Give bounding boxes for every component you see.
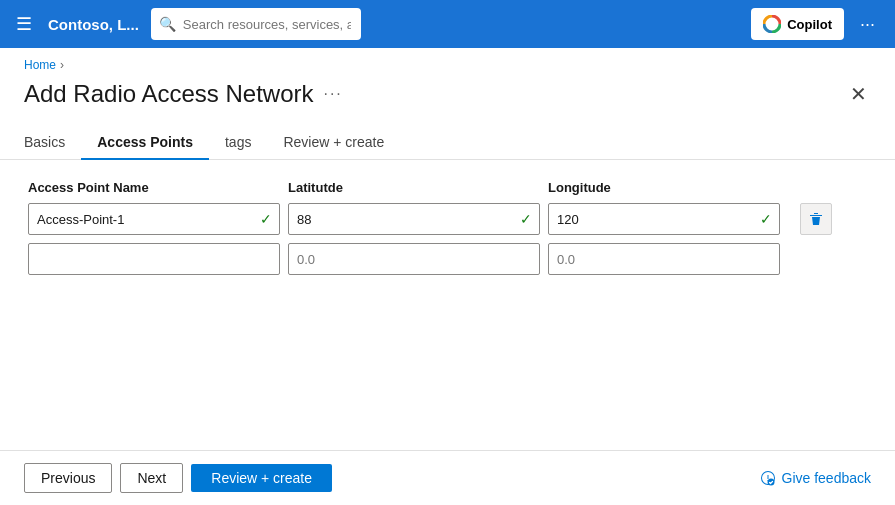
access-point-name-input-2[interactable]	[28, 243, 280, 275]
col-header-longitude: Longitude	[544, 180, 784, 195]
give-feedback-button[interactable]: Give feedback	[760, 470, 872, 486]
tab-basics[interactable]: Basics	[24, 126, 81, 160]
copilot-button[interactable]: Copilot	[751, 8, 844, 40]
longitude-input-2[interactable]	[548, 243, 780, 275]
hamburger-icon[interactable]: ☰	[12, 9, 36, 39]
topbar-right: Copilot ···	[751, 8, 883, 40]
latitude-input-wrap-1: ✓	[288, 203, 540, 235]
topbar-more-icon[interactable]: ···	[852, 10, 883, 39]
delete-cell-1	[784, 203, 832, 235]
delete-row-button-1[interactable]	[800, 203, 832, 235]
longitude-cell-1: ✓	[544, 203, 784, 235]
footer-right: Give feedback	[760, 470, 872, 486]
feedback-icon	[760, 470, 776, 486]
breadcrumb-home[interactable]: Home	[24, 58, 56, 72]
col-header-latitude: Latitutde	[284, 180, 544, 195]
latitude-cell-2	[284, 243, 544, 275]
latitude-input-2[interactable]	[288, 243, 540, 275]
app-title: Contoso, L...	[48, 16, 139, 33]
search-input[interactable]	[151, 8, 361, 40]
table-row	[24, 243, 871, 275]
longitude-input-1[interactable]	[548, 203, 780, 235]
topbar: ☰ Contoso, L... 🔍 Copilot ···	[0, 0, 895, 48]
copilot-label: Copilot	[787, 17, 832, 32]
page-header: Add Radio Access Network ··· ✕	[0, 72, 895, 110]
tabs: Basics Access Points tags Review + creat…	[0, 110, 895, 160]
table-header: Access Point Name Latitutde Longitude	[24, 180, 871, 195]
search-icon: 🔍	[159, 16, 176, 32]
give-feedback-label: Give feedback	[782, 470, 872, 486]
page-title-wrap: Add Radio Access Network ···	[24, 80, 343, 108]
latitude-input-wrap-2	[288, 243, 540, 275]
longitude-cell-2	[544, 243, 784, 275]
col-header-actions	[784, 180, 832, 195]
name-cell-2	[24, 243, 284, 275]
latitude-check-icon-1: ✓	[520, 211, 532, 227]
name-cell-1: ✓	[24, 203, 284, 235]
tab-review-create[interactable]: Review + create	[267, 126, 400, 160]
breadcrumb-separator: ›	[60, 58, 64, 72]
name-input-wrap-2	[28, 243, 280, 275]
access-point-name-input-1[interactable]	[28, 203, 280, 235]
delete-icon-1	[808, 211, 824, 227]
longitude-check-icon-1: ✓	[760, 211, 772, 227]
latitude-cell-1: ✓	[284, 203, 544, 235]
previous-button[interactable]: Previous	[24, 463, 112, 493]
search-wrap: 🔍	[151, 8, 651, 40]
latitude-input-1[interactable]	[288, 203, 540, 235]
col-header-name: Access Point Name	[24, 180, 284, 195]
copilot-icon	[763, 15, 781, 33]
name-input-wrap-1: ✓	[28, 203, 280, 235]
breadcrumb: Home ›	[0, 48, 895, 72]
svg-point-1	[767, 479, 774, 486]
longitude-input-wrap-1: ✓	[548, 203, 780, 235]
tab-access-points[interactable]: Access Points	[81, 126, 209, 160]
check-icon-1: ✓	[260, 211, 272, 227]
page-title: Add Radio Access Network	[24, 80, 313, 108]
next-button[interactable]: Next	[120, 463, 183, 493]
review-create-button[interactable]: Review + create	[191, 464, 332, 492]
page-more-icon[interactable]: ···	[323, 85, 342, 103]
main-content: Home › Add Radio Access Network ··· ✕ Ba…	[0, 48, 895, 505]
tab-tags[interactable]: tags	[209, 126, 267, 160]
page-close-icon[interactable]: ✕	[846, 78, 871, 110]
longitude-input-wrap-2	[548, 243, 780, 275]
table-row: ✓ ✓ ✓	[24, 203, 871, 235]
form-content: Access Point Name Latitutde Longitude ✓ …	[0, 160, 895, 450]
footer: Previous Next Review + create Give feedb…	[0, 450, 895, 505]
